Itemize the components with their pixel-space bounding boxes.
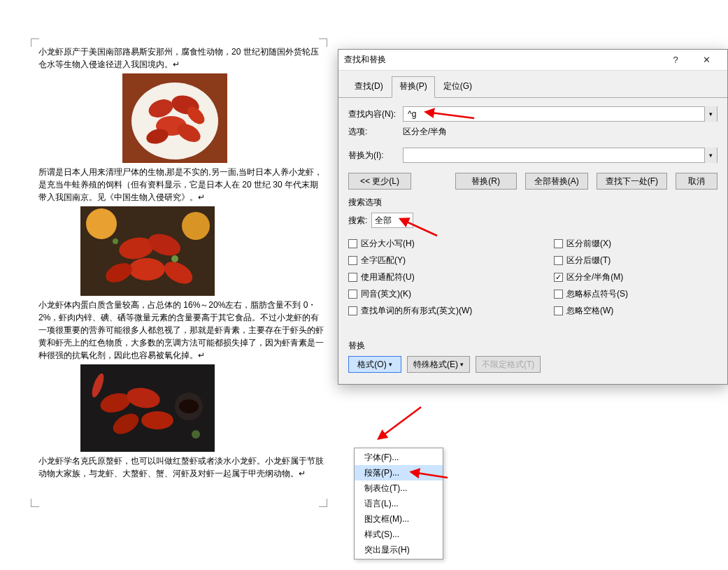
menu-highlight[interactable]: 突出显示(H) xyxy=(355,542,443,557)
format-button[interactable]: 格式(O)▾ xyxy=(348,356,401,373)
cb-full-half[interactable]: 区分全/半角(M) xyxy=(554,269,718,285)
svg-point-15 xyxy=(113,238,118,244)
search-direction-select[interactable]: 全部▾ xyxy=(371,213,413,228)
tab-goto[interactable]: 定位(G) xyxy=(436,76,480,97)
less-button[interactable]: << 更少(L) xyxy=(348,173,411,190)
cb-suffix[interactable]: 区分后缀(T) xyxy=(554,252,718,269)
titlebar[interactable]: 查找和替换 ? ✕ xyxy=(338,50,727,71)
replace-input[interactable] xyxy=(404,150,704,160)
replace-button[interactable]: 替换(R) xyxy=(455,173,517,190)
replace-all-button[interactable]: 全部替换(A) xyxy=(525,173,588,190)
replace-dropdown[interactable]: ▾ xyxy=(704,148,717,163)
svg-point-12 xyxy=(129,258,165,280)
svg-point-25 xyxy=(192,430,200,439)
search-direction-label: 搜索: xyxy=(348,215,367,227)
replace-label: 替换为(I): xyxy=(348,150,403,162)
tabs: 查找(D) 替换(P) 定位(G) xyxy=(338,71,727,98)
help-button[interactable]: ? xyxy=(660,50,691,71)
find-input[interactable] xyxy=(404,109,704,119)
cb-word-forms[interactable]: 查找单词的所有形式(英文)(W) xyxy=(348,302,512,319)
paragraph[interactable]: 小龙虾原产于美国南部路易斯安那州，腐食性动物，20 世纪初随国外货轮压仓水等生物… xyxy=(38,45,325,71)
image-crayfish-3[interactable] xyxy=(80,364,215,452)
find-replace-dialog: 查找和替换 ? ✕ 查找(D) 替换(P) 定位(G) 查找内容(N): ▾ 选… xyxy=(338,49,728,385)
image-crayfish-2[interactable] xyxy=(80,206,215,296)
dialog-title: 查找和替换 xyxy=(344,54,660,66)
cb-prefix[interactable]: 区分前缀(X) xyxy=(554,235,718,252)
menu-tabs[interactable]: 制表位(T)... xyxy=(355,480,443,496)
find-label: 查找内容(N): xyxy=(348,108,403,120)
menu-frame[interactable]: 图文框(M)... xyxy=(355,511,443,527)
tab-replace[interactable]: 替换(P) xyxy=(392,76,435,98)
svg-point-9 xyxy=(182,212,210,240)
menu-font[interactable]: 字体(F)... xyxy=(355,450,443,465)
format-menu: 字体(F)... 段落(P)... 制表位(T)... 语言(L)... 图文框… xyxy=(354,448,443,560)
image-crayfish-1[interactable] xyxy=(122,73,227,163)
close-button[interactable]: ✕ xyxy=(691,50,722,71)
cancel-button[interactable]: 取消 xyxy=(676,173,718,190)
tab-find[interactable]: 查找(D) xyxy=(347,76,391,97)
paragraph[interactable]: 小龙虾体内蛋白质含量较高，占总体的 16%～20%左右，脂肪含量不到 0・2%，… xyxy=(38,299,325,362)
options-value: 区分全/半角 xyxy=(403,126,447,138)
options-label: 选项: xyxy=(348,126,403,138)
menu-style[interactable]: 样式(S)... xyxy=(355,527,443,542)
paragraph[interactable]: 小龙虾学名克氏原螯虾，也可以叫做红螯虾或者淡水小龙虾。小龙虾属于节肢动物大家族，… xyxy=(38,455,325,480)
cb-sounds-like[interactable]: 同音(英文)(K) xyxy=(348,285,512,302)
menu-language[interactable]: 语言(L)... xyxy=(355,496,443,511)
svg-point-16 xyxy=(171,255,178,262)
document-body: 小龙虾原产于美国南部路易斯安那州，腐食性动物，20 世纪初随国外货轮压仓水等生物… xyxy=(0,0,392,523)
cb-ignore-punct[interactable]: 忽略标点符号(S) xyxy=(554,285,718,302)
special-button[interactable]: 特殊格式(E)▾ xyxy=(407,356,470,373)
find-dropdown[interactable]: ▾ xyxy=(704,106,717,122)
cb-match-case[interactable]: 区分大小写(H) xyxy=(348,235,512,252)
svg-point-23 xyxy=(179,399,199,413)
menu-paragraph[interactable]: 段落(P)... xyxy=(355,465,443,480)
paragraph[interactable]: 所谓是日本人用来清理尸体的生物,那是不实的,另一面,当时日本人养小龙虾，是充当牛… xyxy=(38,166,325,204)
search-options-label: 搜索选项 xyxy=(348,197,718,208)
cb-wildcards[interactable]: 使用通配符(U) xyxy=(348,269,512,285)
cb-whole-word[interactable]: 全字匹配(Y) xyxy=(348,252,512,269)
svg-point-8 xyxy=(86,208,117,239)
replace-section-label: 替换 xyxy=(348,340,718,352)
find-next-button[interactable]: 查找下一处(F) xyxy=(597,173,667,190)
cb-ignore-space[interactable]: 忽略空格(W) xyxy=(554,302,718,319)
no-format-button[interactable]: 不限定格式(T) xyxy=(476,356,541,373)
svg-point-21 xyxy=(141,411,173,429)
